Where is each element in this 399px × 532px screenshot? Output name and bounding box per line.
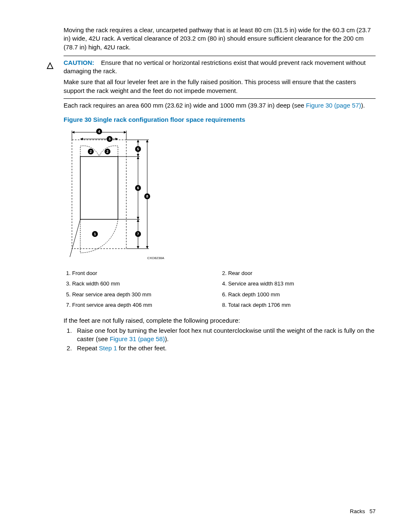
step-2-post: for the other feet. xyxy=(117,344,166,352)
svg-marker-22 xyxy=(146,246,148,249)
step-1-post: ). xyxy=(165,335,169,342)
area-paragraph: Each rack requires an area 600 mm (23.62… xyxy=(64,98,376,110)
svg-marker-16 xyxy=(137,217,139,219)
svg-text:3: 3 xyxy=(108,137,110,141)
caution-body-1: Ensure that no vertical or horizontal re… xyxy=(64,59,366,75)
legend-item-6: 6. Rack depth 1000 mm xyxy=(220,291,376,298)
step-1: Raise one foot by turning the leveler fo… xyxy=(74,326,376,344)
area-text-pre: Each rack requires an area 600 mm (23.62… xyxy=(64,102,306,109)
step-2: Repeat Step 1 for the other feet. xyxy=(74,344,376,352)
footer-section: Racks xyxy=(350,508,365,514)
legend-item-4: 4. Service area width 813 mm xyxy=(220,280,376,288)
page-footer: Racks 57 xyxy=(350,508,376,515)
area-text-post: ). xyxy=(361,102,365,109)
legend-item-7: 7. Front service area depth 406 mm xyxy=(64,301,220,309)
figure-31-link[interactable]: Figure 31 (page 58) xyxy=(110,335,165,342)
svg-text:5: 5 xyxy=(137,147,139,151)
caution-text-2: Make sure that all four leveler feet are… xyxy=(64,78,376,95)
step-2-pre: Repeat xyxy=(77,344,99,352)
footer-page-number: 57 xyxy=(370,508,376,514)
legend-item-3: 3. Rack width 600 mm xyxy=(64,280,220,288)
legend-item-1: 1. Front door xyxy=(64,270,220,277)
legend-item-2: 2. Rear door xyxy=(220,270,376,277)
caution-text-1: CAUTION: Ensure that no vertical or hori… xyxy=(64,59,376,76)
figure-legend: 1. Front door 2. Rear door 3. Rack width… xyxy=(64,270,376,309)
caution-label: CAUTION: xyxy=(64,59,94,66)
svg-marker-18 xyxy=(137,219,139,222)
step-1-link[interactable]: Step 1 xyxy=(99,344,117,352)
intro-paragraph: Moving the rack requires a clear, uncarp… xyxy=(64,26,376,51)
figure-30-link[interactable]: Figure 30 (page 57) xyxy=(306,102,361,109)
svg-rect-1 xyxy=(80,157,118,219)
legend-item-5: 5. Rear service area depth 300 mm xyxy=(64,291,220,298)
svg-marker-15 xyxy=(137,157,139,159)
procedure-intro: If the feet are not fully raised, comple… xyxy=(64,316,376,325)
svg-marker-13 xyxy=(137,154,139,157)
figure-code: CXO8238A xyxy=(147,256,164,260)
procedure-list: Raise one foot by turning the leveler fo… xyxy=(74,326,376,353)
svg-text:1: 1 xyxy=(94,232,96,236)
svg-marker-4 xyxy=(72,131,74,134)
svg-text:2: 2 xyxy=(90,149,92,154)
svg-text:4: 4 xyxy=(98,129,100,134)
caution-icon: △ xyxy=(47,59,53,71)
caution-block: △ CAUTION: Ensure that no vertical or ho… xyxy=(64,56,376,95)
svg-marker-21 xyxy=(146,140,148,142)
figure-title: Figure 30 Single rack configuration floo… xyxy=(64,116,376,124)
legend-item-8: 8. Total rack depth 1706 mm xyxy=(220,301,376,309)
figure-30-diagram: 4 3 2 2 5 6 8 7 1 CXO8238A xyxy=(64,127,376,263)
svg-text:8: 8 xyxy=(146,194,148,198)
svg-marker-19 xyxy=(137,246,139,249)
svg-text:2: 2 xyxy=(106,149,108,154)
svg-line-2 xyxy=(70,219,80,257)
svg-marker-12 xyxy=(137,140,139,142)
svg-marker-5 xyxy=(124,131,126,134)
svg-text:6: 6 xyxy=(137,186,139,190)
svg-text:7: 7 xyxy=(137,232,139,236)
